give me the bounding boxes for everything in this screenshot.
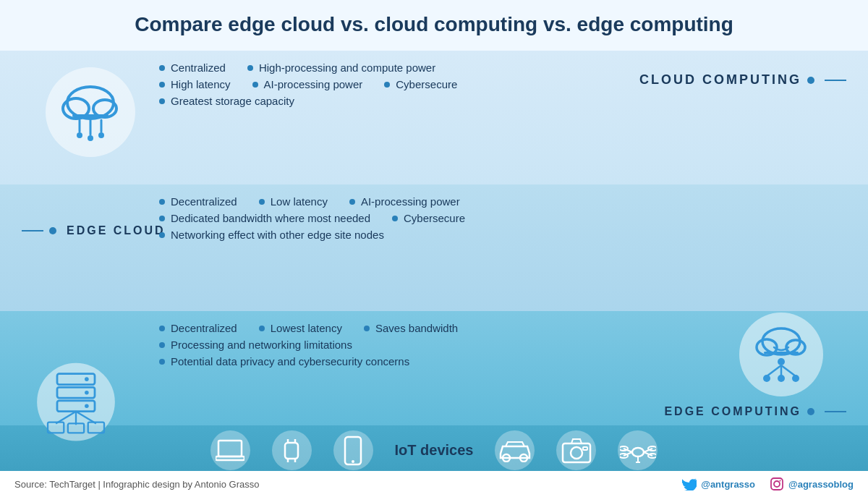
iot-section: IoT devices bbox=[0, 430, 868, 470]
svg-point-44 bbox=[352, 460, 354, 463]
svg-rect-36 bbox=[218, 441, 242, 456]
svg-rect-37 bbox=[216, 456, 244, 460]
instagram-link[interactable]: @agrassoblog bbox=[770, 477, 854, 491]
svg-point-9 bbox=[88, 135, 93, 141]
svg-point-0 bbox=[46, 67, 135, 157]
drone-icon bbox=[618, 430, 658, 470]
footer-social: @antgrasso @agrassoblog bbox=[682, 477, 854, 491]
svg-rect-61 bbox=[771, 478, 783, 490]
svg-point-50 bbox=[632, 448, 644, 456]
footer-source: Source: TechTarget | Infographic design … bbox=[14, 479, 259, 490]
edge-computing-bullets: Decentralized Lowest latency Saves bandw… bbox=[159, 322, 622, 372]
laptop-icon bbox=[210, 430, 250, 470]
edge-computing-label: EDGE COMPUTING bbox=[664, 405, 846, 418]
svg-point-29 bbox=[85, 404, 89, 408]
cloud-bullets: Centralized High-processing and compute … bbox=[159, 61, 622, 111]
edge-cloud-bullets: Decentralized Low latency AI-processing … bbox=[159, 195, 651, 245]
svg-point-27 bbox=[85, 391, 89, 395]
svg-rect-15 bbox=[764, 352, 799, 354]
edge-cloud-icon bbox=[738, 311, 825, 398]
svg-point-19 bbox=[763, 375, 770, 382]
svg-point-25 bbox=[85, 377, 89, 381]
twitter-link[interactable]: @antgrasso bbox=[682, 478, 755, 490]
svg-point-10 bbox=[98, 132, 104, 138]
svg-rect-38 bbox=[285, 443, 298, 459]
smartwatch-icon bbox=[272, 430, 312, 470]
footer: Source: TechTarget | Infographic design … bbox=[0, 471, 868, 497]
edge-computing-icon bbox=[29, 362, 123, 441]
svg-point-62 bbox=[774, 481, 780, 487]
svg-rect-49 bbox=[583, 447, 587, 450]
svg-point-20 bbox=[792, 375, 799, 382]
svg-point-48 bbox=[571, 447, 582, 459]
car-icon bbox=[495, 430, 535, 470]
cloud-computing-label: CLOUD COMPUTING bbox=[639, 72, 846, 88]
edge-cloud-label: EDGE CLOUD bbox=[22, 224, 166, 237]
svg-point-16 bbox=[778, 358, 785, 365]
svg-point-63 bbox=[780, 480, 781, 482]
svg-point-8 bbox=[77, 132, 82, 138]
svg-rect-4 bbox=[72, 114, 109, 117]
main-title: Compare edge cloud vs. cloud computing v… bbox=[0, 0, 868, 43]
camera-icon bbox=[556, 430, 596, 470]
cloud-computing-icon bbox=[43, 65, 137, 159]
svg-point-22 bbox=[778, 375, 785, 382]
iot-label: IoT devices bbox=[395, 442, 474, 459]
phone-icon bbox=[333, 430, 373, 470]
